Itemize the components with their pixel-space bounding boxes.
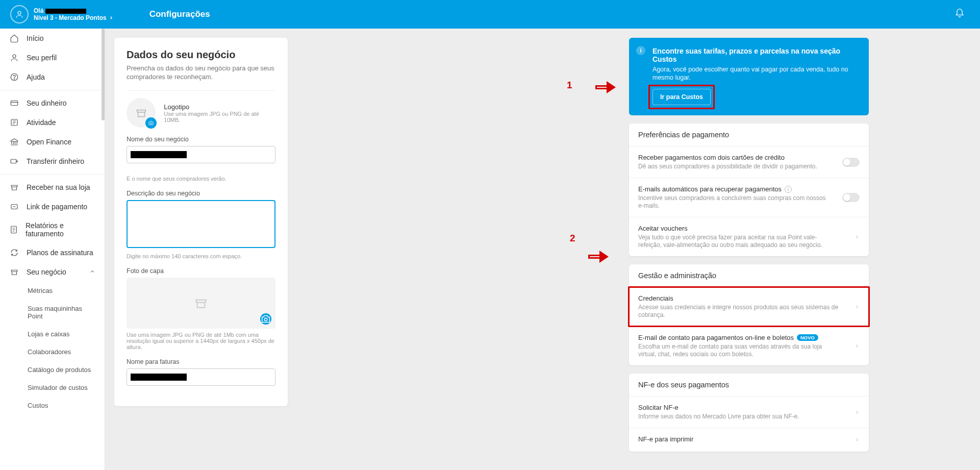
svg-point-3 — [14, 79, 14, 79]
sidebar-item-label: Colaboradores — [28, 348, 71, 356]
svg-point-0 — [18, 11, 21, 14]
sidebar-item-ajuda[interactable]: Ajuda — [0, 67, 105, 87]
sidebar-item-planos[interactable]: Planos de assinatura — [0, 243, 105, 262]
sidebar-item-label: Seu dinheiro — [27, 99, 67, 107]
svg-rect-4 — [11, 101, 18, 106]
pref-vouchers-row[interactable]: Aceitar vouchers Veja tudo o que você pr… — [629, 217, 869, 256]
sidebar-item-receber[interactable]: Receber na sua loja — [0, 178, 105, 197]
panel-title: Dados do seu negócio — [127, 49, 275, 61]
pref-two-cards-row[interactable]: Receber pagamentos com dois cartões de c… — [629, 146, 869, 178]
sidebar-item-transferir[interactable]: Transferir dinheiro — [0, 152, 105, 171]
payment-preferences-card: Preferências de pagamento Receber pagame… — [629, 123, 869, 256]
go-to-costs-button[interactable]: Ir para Custos — [652, 89, 711, 105]
sidebar-item-label: Planos de assinatura — [27, 249, 93, 257]
svg-rect-6 — [11, 159, 16, 163]
panel-subtitle: Preencha os dados do seu negócio para qu… — [127, 64, 275, 81]
credentials-row[interactable]: Credenciais Acesse suas credenciais e in… — [629, 287, 869, 327]
user-text: Olá Nível 3 - Mercado Pontos — [34, 7, 114, 21]
sidebar-item-seu-perfil[interactable]: Seu perfil — [0, 48, 105, 67]
nfe-card: NF-e dos seus pagamentos Solicitar NF-e … — [629, 374, 869, 452]
nfe-print-row[interactable]: NF-e para imprimir — [629, 428, 869, 452]
management-card: Gestão e administração Credenciais Acess… — [629, 264, 869, 365]
sidebar-item-seu-negocio[interactable]: Seu negócio — [0, 262, 105, 282]
greeting: Olá — [34, 7, 43, 14]
cover-label: Foto de capa — [127, 267, 275, 275]
sidebar-item-open-finance[interactable]: Open Finance — [0, 132, 105, 152]
row-title: Aceitar vouchers — [638, 225, 839, 232]
report-icon — [9, 225, 18, 234]
row-desc: Escolha um e-mail de contato para suas v… — [638, 343, 839, 358]
sidebar-sub-colaboradores[interactable]: Colaboradores — [0, 343, 105, 361]
annotation-number-1: 1 — [567, 80, 572, 91]
sidebar-item-inicio[interactable]: Início — [0, 29, 105, 48]
row-title: E-mail de contato para pagamentos on-lin… — [638, 334, 794, 341]
business-desc-input[interactable] — [127, 200, 275, 248]
sidebar-item-atividade[interactable]: Atividade — [0, 113, 105, 132]
camera-icon — [260, 311, 271, 327]
user-menu[interactable]: Olá Nível 3 - Mercado Pontos — [10, 5, 114, 23]
novo-badge: NOVO — [797, 334, 818, 341]
sidebar-sub-custos[interactable]: Custos — [0, 397, 105, 414]
chevron-right-icon — [855, 341, 860, 351]
avatar-icon — [10, 5, 29, 23]
annotation-number-2: 2 — [570, 233, 575, 244]
banner-title: Encontre suas tarifas, prazos e parcelas… — [652, 47, 859, 63]
app-header: Olá Nível 3 - Mercado Pontos Configuraçõ… — [0, 0, 980, 29]
bank-icon — [9, 137, 19, 146]
business-desc-label: Descrição do seu negócio — [127, 190, 275, 197]
wallet-icon — [9, 98, 19, 108]
sidebar-item-label: Receber na sua loja — [27, 183, 90, 191]
page-title: Configurações — [149, 9, 210, 19]
sidebar-item-label: Catálogo de produtos — [28, 366, 91, 374]
chevron-right-icon — [855, 302, 860, 311]
info-icon[interactable]: i — [785, 186, 792, 193]
sidebar-item-label: Início — [27, 34, 43, 42]
nfe-request-row[interactable]: Solicitar NF-e Informe seus dados no Mer… — [629, 397, 869, 428]
business-data-panel: Dados do seu negócio Preencha os dados d… — [114, 38, 288, 406]
bell-icon — [954, 8, 965, 18]
logo-upload[interactable] — [127, 98, 156, 128]
redacted-value — [131, 151, 187, 158]
camera-badge[interactable] — [145, 117, 157, 129]
link-icon — [9, 202, 19, 211]
row-desc: Dê aos seus compradores a possibilidade … — [638, 163, 827, 170]
sidebar-item-label: Suas maquininhas Point — [28, 305, 95, 320]
sidebar-item-relatorios[interactable]: Relatórios e faturamento — [0, 216, 105, 243]
sidebar-sub-simulador[interactable]: Simulador de custos — [0, 379, 105, 397]
chevron-right-icon — [855, 408, 860, 417]
sidebar-item-link-pagamento[interactable]: Link de pagamento — [0, 197, 105, 216]
cover-upload[interactable] — [127, 278, 275, 329]
two-cards-toggle[interactable] — [842, 158, 860, 167]
business-icon — [9, 267, 19, 277]
row-desc: Acesse suas credenciais e integre nossos… — [638, 304, 839, 319]
sidebar-sub-metricas[interactable]: Métricas — [0, 282, 105, 300]
chevron-right-icon — [855, 232, 860, 241]
logo-hint: Use uma imagem JPG ou PNG de até 10MB. — [164, 111, 275, 123]
logo-title: Logotipo — [164, 103, 275, 111]
card-header: NF-e dos seus pagamentos — [629, 374, 869, 397]
sidebar-sub-maquininhas[interactable]: Suas maquininhas Point — [0, 300, 105, 325]
row-title: Solicitar NF-e — [638, 404, 839, 411]
main-content: Dados do seu negócio Preencha os dados d… — [105, 29, 980, 470]
sidebar-item-label: Link de pagamento — [27, 203, 87, 211]
annotation-arrow-2: 2 — [588, 248, 610, 259]
store-icon — [135, 106, 148, 119]
sidebar-item-label: Métricas — [28, 287, 53, 294]
card-header: Preferências de pagamento — [629, 123, 869, 146]
row-desc: Veja tudo o que você precisa fazer para … — [638, 234, 839, 249]
profile-icon — [9, 53, 19, 62]
pref-emails-row[interactable]: E-mails automáticos para recuperar pagam… — [629, 178, 869, 217]
camera-badge[interactable] — [260, 313, 271, 325]
contact-email-row[interactable]: E-mail de contato para pagamentos on-lin… — [629, 327, 869, 365]
row-title: E-mails automáticos para recuperar pagam… — [638, 185, 782, 193]
business-name-label: Nome do seu negócio — [127, 136, 275, 143]
sidebar-item-label: Atividade — [27, 118, 56, 127]
sidebar-item-label: Custos — [28, 402, 48, 409]
sidebar-scrollbar[interactable] — [102, 29, 105, 120]
sidebar-item-seu-dinheiro[interactable]: Seu dinheiro — [0, 93, 105, 113]
notifications-button[interactable] — [954, 8, 965, 20]
sidebar-sub-lojas[interactable]: Lojas e caixas — [0, 325, 105, 343]
row-title: Receber pagamentos com dois cartões de c… — [638, 154, 827, 161]
emails-toggle[interactable] — [842, 193, 860, 202]
sidebar-sub-catalogo[interactable]: Catálogo de produtos — [0, 361, 105, 379]
